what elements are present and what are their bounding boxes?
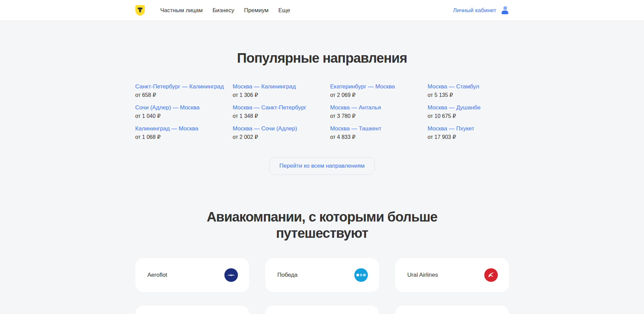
route-price: от 1 348 ₽ [233,113,314,119]
airline-card-partial-1[interactable] [135,306,249,314]
route-link[interactable]: Москва — Душанбе [428,104,509,111]
route-cell: Санкт-Петербург — Калининград от 658 ₽ [135,83,217,98]
route-link[interactable]: Калининград — Москва [135,125,217,132]
route-cell: Москва — Санкт-Петербург от 1 348 ₽ [233,104,314,119]
aeroflot-wings-icon [224,268,238,282]
all-destinations-button[interactable]: Перейти ко всем направлениям [269,157,375,175]
page-content: Популярные направления Санкт-Петербург —… [135,21,509,314]
route-price: от 1 040 ₽ [135,113,217,119]
route-cell: Екатеринбург — Москва от 2 069 ₽ [330,83,412,98]
route-price: от 2 002 ₽ [233,134,314,140]
route-price: от 4 833 ₽ [330,134,412,140]
route-price: от 3 780 ₽ [330,113,412,119]
airline-card-ural-airlines[interactable]: Ural Airlines [395,258,509,292]
airline-name: Aeroflot [148,272,168,278]
airline-card-partial-2[interactable] [265,306,379,314]
route-link[interactable]: Екатеринбург — Москва [330,83,412,90]
route-price: от 2 069 ₽ [330,92,412,98]
tbank-logo-icon[interactable] [135,5,145,16]
route-cell: Москва — Пхукет от 17 903 ₽ [428,125,509,140]
route-price: от 658 ₽ [135,92,217,98]
routes-grid: Санкт-Петербург — Калининград от 658 ₽ М… [135,83,509,140]
person-icon [501,6,509,15]
route-link[interactable]: Москва — Пхукет [428,125,509,132]
route-link[interactable]: Москва — Сочи (Адлер) [233,125,314,132]
personal-account-label: Личный кабинет [453,7,496,14]
route-link[interactable]: Москва — Анталья [330,104,412,111]
route-price: от 1 306 ₽ [233,92,314,98]
route-cell: Сочи (Адлер) — Москва от 1 040 ₽ [135,104,217,119]
route-cell: Калининград — Москва от 1 068 ₽ [135,125,217,140]
route-price: от 1 068 ₽ [135,134,217,140]
airline-name: Ural Airlines [407,272,438,278]
airlines-grid: Aeroflot Победа Ural Airlines [135,258,509,314]
nav-item-business[interactable]: Бизнесу [213,7,234,14]
personal-account-link[interactable]: Личный кабинет [453,6,509,15]
route-cell: Москва — Стамбул от 5 135 ₽ [428,83,509,98]
nav-item-private[interactable]: Частным лицам [160,7,203,14]
airlines-title: Авиакомпании, с которыми больше путешест… [188,209,456,241]
route-price: от 17 903 ₽ [428,134,509,140]
popular-destinations-title: Популярные направления [135,21,509,66]
airline-card-aeroflot[interactable]: Aeroflot [135,258,249,292]
route-price: от 5 135 ₽ [428,92,509,98]
airline-card-pobeda[interactable]: Победа [265,258,379,292]
top-navigation-bar: Частным лицам Бизнесу Премиум Еще Личный… [0,0,644,21]
nav-item-more[interactable]: Еще [279,7,290,14]
route-link[interactable]: Москва — Санкт-Петербург [233,104,314,111]
nav-item-premium[interactable]: Премиум [244,7,268,14]
ural-swoosh-icon [484,268,498,282]
route-cell: Москва — Калининград от 1 306 ₽ [233,83,314,98]
route-link[interactable]: Москва — Ташкент [330,125,412,132]
route-cell: Москва — Сочи (Адлер) от 2 002 ₽ [233,125,314,140]
route-link[interactable]: Москва — Стамбул [428,83,509,90]
route-link[interactable]: Сочи (Адлер) — Москва [135,104,217,111]
main-nav: Частным лицам Бизнесу Премиум Еще [160,7,290,14]
route-cell: Москва — Анталья от 3 780 ₽ [330,104,412,119]
route-cell: Москва — Ташкент от 4 833 ₽ [330,125,412,140]
pobeda-dots-icon [354,268,368,282]
airline-card-partial-3[interactable] [395,306,509,314]
airline-name: Победа [277,272,298,278]
route-price: от 10 675 ₽ [428,113,509,119]
route-link[interactable]: Санкт-Петербург — Калининград [135,83,217,90]
route-cell: Москва — Душанбе от 10 675 ₽ [428,104,509,119]
route-link[interactable]: Москва — Калининград [233,83,314,90]
